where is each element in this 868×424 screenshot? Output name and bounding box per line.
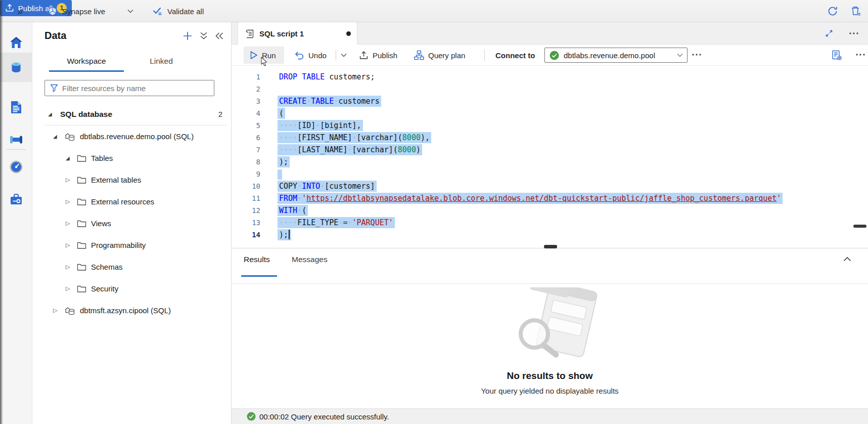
- refresh-button[interactable]: [827, 0, 838, 22]
- publish-button[interactable]: Publish: [359, 45, 397, 66]
- expand-editor-icon[interactable]: [825, 29, 834, 38]
- code-line[interactable]: 4(: [232, 107, 868, 119]
- expand-arrow-icon[interactable]: ▷: [66, 198, 74, 205]
- active-tab-underline: [241, 275, 277, 277]
- code-token: FILE_TYPE: [297, 218, 338, 227]
- tree-item[interactable]: ▷External tables: [32, 169, 232, 191]
- validate-all-button[interactable]: Validate all: [153, 0, 204, 22]
- nav-data[interactable]: [0, 53, 32, 82]
- code-token: ·: [297, 182, 302, 191]
- code-text: [279, 168, 281, 180]
- add-resource-button[interactable]: [182, 31, 193, 41]
- tab-sql-script-1[interactable]: SQL script 1: [238, 22, 357, 45]
- window-edge: [0, 0, 3, 424]
- query-plan-button[interactable]: Query plan: [414, 45, 465, 66]
- tree-item[interactable]: ▷Programmability: [32, 234, 232, 256]
- mode-selector[interactable]: Synapse live: [48, 0, 105, 22]
- unsaved-dot-icon: [346, 31, 351, 36]
- expand-arrow-icon[interactable]: ▷: [66, 242, 74, 248]
- collapse-arrow-icon[interactable]: ◢: [53, 134, 62, 139]
- scrollbar-thumb[interactable]: [853, 225, 866, 228]
- code-text: ····FILE_TYPE·=·'PARQUET': [279, 217, 393, 229]
- code-token: ·: [347, 145, 352, 154]
- tab-linked[interactable]: Linked: [124, 52, 199, 72]
- pool-select-dropdown[interactable]: dbtlabs.revenue.demo.pool: [544, 48, 688, 63]
- expand-arrow-icon[interactable]: ▷: [66, 220, 74, 227]
- no-results-title: No results to show: [507, 370, 593, 381]
- tab-messages[interactable]: Messages: [292, 255, 328, 271]
- collapse-results-icon[interactable]: [843, 257, 851, 262]
- tree-item[interactable]: ▷Views: [32, 213, 232, 234]
- properties-icon[interactable]: [831, 50, 842, 61]
- code-line[interactable]: 6····[FIRST_NAME]·[varchar](8000),: [232, 132, 868, 144]
- code-line[interactable]: 13····FILE_TYPE·=·'PARQUET': [232, 217, 868, 229]
- tree-item[interactable]: ▷Security: [32, 278, 232, 300]
- toolbar-more-icon[interactable]: [692, 53, 702, 56]
- code-line[interactable]: 7····[LAST_NAME]·[varchar](8000): [232, 144, 868, 156]
- undo-dropdown-chevron-icon[interactable]: [341, 53, 347, 57]
- tree-item[interactable]: ◢dbtlabs.revenue.demo.pool (SQL): [32, 125, 232, 147]
- double-chevron-right-icon: »: [17, 6, 23, 17]
- code-line[interactable]: 14);: [232, 229, 868, 241]
- chevron-down-icon: [677, 53, 683, 57]
- code-line[interactable]: 8);: [232, 156, 868, 168]
- status-message: 00:00:02 Query executed successfully.: [259, 412, 389, 421]
- nav-monitor[interactable]: [0, 153, 32, 181]
- code-text: );: [279, 156, 288, 168]
- nav-develop[interactable]: [0, 93, 32, 121]
- expand-menu-button[interactable]: »: [17, 0, 23, 22]
- line-number: 4: [232, 107, 260, 119]
- splitter-drag-handle[interactable]: [544, 245, 557, 248]
- tree-item[interactable]: ◢SQL database2: [32, 103, 232, 125]
- code-line[interactable]: 5····[ID]·[bigint],: [232, 119, 868, 132]
- code-token: [LAST_NAME]: [297, 145, 347, 154]
- undo-button[interactable]: Undo: [294, 45, 327, 66]
- run-button[interactable]: Run: [250, 45, 276, 66]
- tree-item[interactable]: ◢Tables: [32, 147, 232, 169]
- connected-check-icon: [550, 51, 559, 60]
- tab-results[interactable]: Results: [244, 255, 270, 271]
- expand-arrow-icon[interactable]: ▷: [66, 264, 74, 270]
- tab-more-icon[interactable]: [849, 32, 859, 35]
- expand-arrow-icon[interactable]: ▷: [66, 285, 74, 292]
- line-number: 8: [232, 156, 260, 168]
- selection-highlight: ····[FIRST_NAME]·[varchar](8000),: [278, 132, 431, 143]
- filter-resources-input[interactable]: [62, 84, 210, 93]
- chevron-down-icon[interactable]: [127, 9, 133, 13]
- collapse-all-icon[interactable]: [200, 31, 208, 40]
- nav-manage[interactable]: [0, 185, 32, 214]
- text-cursor: [289, 230, 290, 239]
- tab-workspace[interactable]: Workspace: [49, 52, 124, 72]
- selection-highlight: WITH·(: [278, 205, 308, 216]
- no-results-subtitle: Your query yielded no displayable result…: [481, 387, 618, 395]
- collapse-arrow-icon[interactable]: ◢: [48, 111, 57, 117]
- code-text: COPY·INTO·[customers]: [279, 180, 375, 192]
- code-line[interactable]: 10COPY·INTO·[customers]: [232, 180, 868, 192]
- line-number: 11: [232, 192, 260, 204]
- code-line[interactable]: 2: [232, 83, 868, 95]
- code-token: DROP: [279, 72, 297, 81]
- expand-arrow-icon[interactable]: ▷: [66, 177, 74, 183]
- tree-item[interactable]: ▷External resources: [32, 191, 232, 213]
- code-token: [varchar](: [352, 145, 398, 154]
- collapse-panel-icon[interactable]: [215, 32, 224, 40]
- code-line[interactable]: 12WITH·(: [232, 204, 868, 217]
- code-token: customers;: [329, 72, 375, 81]
- code-editor[interactable]: 1DROP TABLE customers;23CREATE·TABLE·cus…: [232, 66, 868, 247]
- code-line[interactable]: 9: [232, 168, 868, 180]
- code-token: INTO: [302, 182, 320, 191]
- pool-icon: [64, 306, 75, 316]
- collapse-arrow-icon[interactable]: ◢: [66, 155, 74, 161]
- code-line[interactable]: 1DROP TABLE customers;: [232, 71, 868, 83]
- code-text: ····[ID]·[bigint],: [279, 119, 361, 132]
- tree-item[interactable]: ▷Schemas: [32, 256, 232, 278]
- tree-item-label: Security: [91, 284, 118, 293]
- expand-arrow-icon[interactable]: ▷: [53, 307, 62, 314]
- selection-highlight: );: [278, 156, 290, 167]
- tree-item[interactable]: ▷dbtmsft.azsyn.cipool (SQL): [32, 300, 232, 321]
- code-line[interactable]: 3CREATE·TABLE·customers: [232, 95, 868, 107]
- toolbar-more-icon[interactable]: [855, 53, 865, 56]
- code-line[interactable]: 11FROM·'https://dbtlabsynapsedatalake.bl…: [232, 192, 868, 204]
- line-number: 7: [232, 144, 260, 156]
- discard-all-button[interactable]: [850, 0, 861, 22]
